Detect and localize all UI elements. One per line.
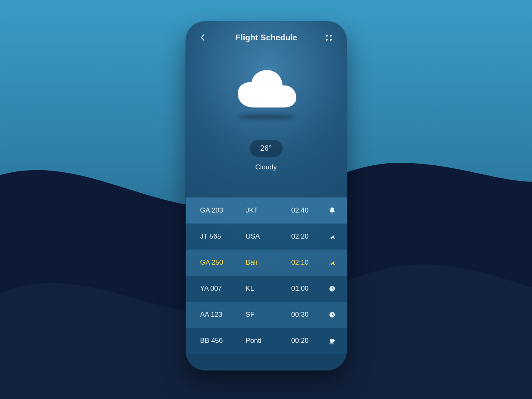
dots-icon [326, 35, 328, 37]
flight-code: AA 123 [200, 311, 246, 319]
bell-icon [328, 207, 336, 214]
temperature-badge: 26° [250, 140, 282, 157]
flight-status-icon [326, 311, 338, 318]
flight-status-icon [326, 285, 338, 292]
cup-icon [328, 337, 336, 344]
flight-row[interactable]: YA 007KL01:00 [186, 276, 347, 302]
page-title: Flight Schedule [236, 33, 298, 42]
flight-code: YA 007 [200, 285, 246, 293]
flight-code: GA 203 [200, 206, 246, 215]
flight-destination: USA [246, 232, 291, 241]
weather-panel: 26° Cloudy [186, 68, 347, 171]
clock-icon [328, 285, 336, 292]
flight-row[interactable]: GA 203JKT02:40 [186, 197, 347, 224]
flight-time: 02:40 [291, 206, 326, 215]
flight-time: 00:30 [291, 311, 326, 319]
flight-destination: KL [246, 285, 291, 293]
chevron-left-icon [200, 34, 205, 41]
flight-code: BB 456 [200, 337, 246, 345]
flight-time: 02:20 [291, 232, 326, 241]
flight-row[interactable]: AA 123SF00:30 [186, 302, 347, 328]
flight-row[interactable]: BB 456Ponti00:20 [186, 328, 347, 354]
phone-frame: Flight Schedule 26° Cloudy GA 203JKT02:4… [186, 21, 347, 370]
flight-code: GA 250 [200, 259, 246, 267]
flight-list: GA 203JKT02:40JT 565USA02:20GA 250Bali02… [186, 197, 347, 354]
flight-destination: Bali [246, 259, 291, 267]
flight-destination: Ponti [246, 337, 291, 345]
flight-time: 00:20 [291, 337, 326, 345]
weather-condition: Cloudy [255, 163, 277, 171]
plane-icon [328, 259, 336, 266]
flight-status-icon [326, 337, 338, 344]
flight-status-icon [326, 207, 338, 214]
flight-status-icon [326, 259, 338, 266]
flight-code: JT 565 [200, 232, 246, 241]
flight-time: 02:10 [291, 259, 326, 267]
flight-destination: SF [246, 311, 291, 319]
back-button[interactable] [198, 33, 208, 42]
flight-destination: JKT [246, 206, 291, 215]
flight-row[interactable]: JT 565USA02:20 [186, 224, 347, 250]
clock-icon [328, 311, 336, 318]
more-button[interactable] [326, 35, 335, 41]
app-header: Flight Schedule [186, 21, 347, 42]
flight-status-icon [326, 233, 338, 240]
flight-row[interactable]: GA 250Bali02:10 [186, 250, 347, 276]
plane-icon [328, 233, 336, 240]
flight-time: 01:00 [291, 285, 326, 293]
cloud-icon [234, 68, 299, 117]
